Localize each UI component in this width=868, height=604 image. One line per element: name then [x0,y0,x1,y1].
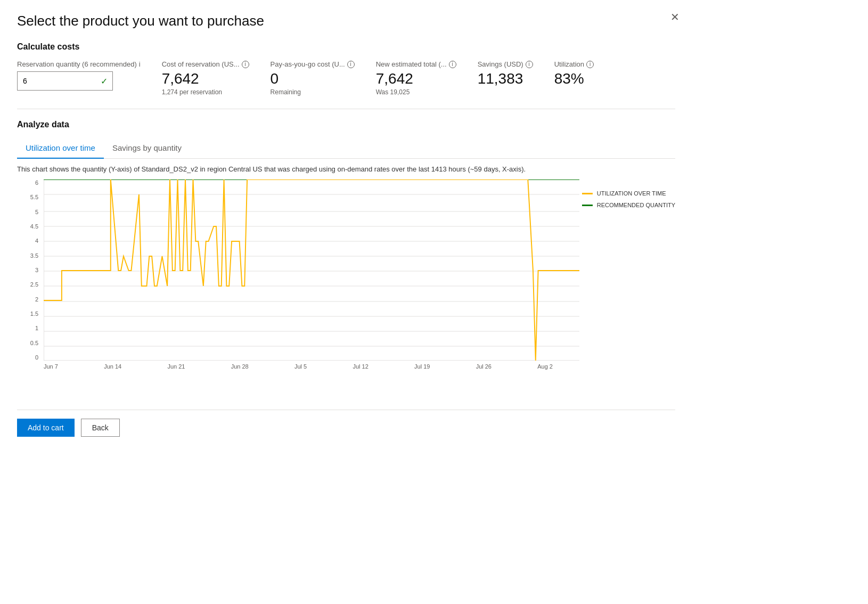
quantity-info-icon[interactable]: i [139,60,141,68]
new-estimated-label: New estimated total (... i [376,60,456,68]
legend-recommended: RECOMMENDED QUANTITY [582,202,675,208]
y-label-3: 3 [35,267,38,273]
legend-recommended-line [582,205,593,206]
tab-utilization[interactable]: Utilization over time [17,138,104,159]
payg-cost-label: Pay-as-you-go cost (U... i [271,60,355,68]
y-label-2: 2 [35,296,38,303]
y-label-5: 5 [35,209,38,215]
payg-info-icon[interactable]: i [347,61,355,68]
cost-reservation-value: 7,642 [162,70,249,87]
new-estimated-sub: Was 19,025 [376,88,456,96]
savings-info-icon[interactable]: i [526,61,533,68]
savings-label: Savings (USD) i [478,60,533,68]
y-label-2-5: 2.5 [30,281,38,288]
dialog-title: Select the product you want to purchase [17,13,675,29]
utilization-info-icon[interactable]: i [586,61,594,68]
x-label-jul26: Jul 26 [476,363,492,370]
y-axis: 0 0.5 1 1.5 2 2.5 3 3.5 4 4.5 5 5.5 6 [17,179,42,361]
new-estimated-info-icon[interactable]: i [449,61,456,68]
x-label-jun7: Jun 7 [44,363,58,370]
add-to-cart-button[interactable]: Add to cart [17,419,75,437]
y-label-0: 0 [35,354,38,361]
legend-utilization-line [582,193,593,194]
utilization-value: 83% [554,70,594,87]
cost-reservation-label: Cost of reservation (US... i [162,60,249,68]
check-icon: ✓ [101,76,108,86]
y-label-1-5: 1.5 [30,311,38,317]
x-label-jun28: Jun 28 [231,363,249,370]
y-label-4-5: 4.5 [30,223,38,230]
y-label-1: 1 [35,325,38,331]
x-label-jun14: Jun 14 [104,363,121,370]
main-dialog: ✕ Select the product you want to purchas… [0,0,692,533]
x-label-jun21: Jun 21 [167,363,185,370]
close-button[interactable]: ✕ [670,11,679,23]
x-axis: Jun 7 Jun 14 Jun 21 Jun 28 Jul 5 Jul 12 … [44,363,553,370]
cost-reservation-item: Cost of reservation (US... i 7,642 1,274… [162,60,249,96]
x-label-jul5: Jul 5 [294,363,307,370]
y-label-6: 6 [35,179,38,186]
quantity-group: Reservation quantity (6 recommended) i ✓ [17,60,141,91]
new-estimated-value: 7,642 [376,70,456,87]
cost-reservation-info-icon[interactable]: i [242,61,249,68]
calculate-costs-title: Calculate costs [17,42,675,52]
utilization-label: Utilization i [554,60,594,68]
x-label-jul19: Jul 19 [414,363,430,370]
savings-value: 11,383 [478,70,533,87]
legend: UTILIZATION OVER TIME RECOMMENDED QUANTI… [582,190,675,208]
x-label-aug2: Aug 2 [537,363,553,370]
tabs-container: Utilization over time Savings by quantit… [17,138,675,159]
quantity-label: Reservation quantity (6 recommended) i [17,60,141,68]
tab-savings[interactable]: Savings by quantity [104,138,190,159]
y-label-5-5: 5.5 [30,194,38,200]
bottom-actions: Add to cart Back [17,410,675,437]
x-label-jul12: Jul 12 [353,363,368,370]
back-button[interactable]: Back [81,419,120,437]
analyze-data-section: Analyze data Utilization over time Savin… [17,120,675,393]
quantity-input[interactable] [17,71,113,91]
legend-utilization-label: UTILIZATION OVER TIME [597,190,666,197]
payg-cost-item: Pay-as-you-go cost (U... i 0 Remaining [271,60,355,96]
cost-row: Reservation quantity (6 recommended) i ✓… [17,60,675,96]
payg-cost-value: 0 [271,70,355,87]
analyze-data-title: Analyze data [17,120,675,129]
y-label-3-5: 3.5 [30,252,38,259]
chart-wrapper: 0 0.5 1 1.5 2 2.5 3 3.5 4 4.5 5 5.5 6 [17,179,675,393]
new-estimated-item: New estimated total (... i 7,642 Was 19,… [376,60,456,96]
savings-item: Savings (USD) i 11,383 [478,60,533,87]
payg-cost-sub: Remaining [271,88,355,96]
chart-description: This chart shows the quantity (Y-axis) o… [17,165,675,173]
y-label-4: 4 [35,238,38,244]
section-divider [17,109,675,109]
legend-recommended-label: RECOMMENDED QUANTITY [597,202,675,208]
utilization-item: Utilization i 83% [554,60,594,87]
calculate-costs-section: Calculate costs Reservation quantity (6 … [17,42,675,96]
chart-svg [44,179,579,361]
quantity-input-wrapper: ✓ [17,71,113,91]
cost-reservation-sub: 1,274 per reservation [162,88,249,96]
y-label-0-5: 0.5 [30,340,38,346]
legend-utilization: UTILIZATION OVER TIME [582,190,675,197]
